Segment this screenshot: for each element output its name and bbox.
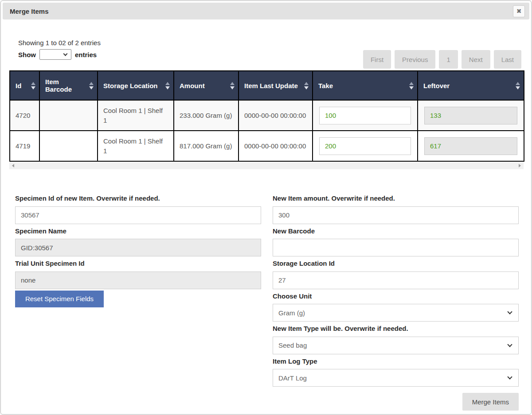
- column-label: Item Last Update: [244, 82, 298, 89]
- dialog-titlebar: Merge Items ✖: [3, 3, 529, 19]
- form-left-column: Specimen Id of new Item. Overwrite if ne…: [15, 194, 261, 411]
- column-header-take[interactable]: Take: [313, 71, 418, 100]
- items-table: Id Item Barcode Storage Location Amount …: [9, 70, 524, 162]
- item-log-type-label: Item Log Type: [273, 357, 519, 366]
- column-label: Leftover: [423, 82, 450, 89]
- column-header-amount[interactable]: Amount: [174, 71, 239, 100]
- column-header-id[interactable]: Id: [10, 71, 39, 100]
- scroll-left-icon[interactable]: [12, 164, 14, 167]
- show-label: Show: [18, 51, 36, 58]
- cell-last-update: 0000-00-00 00:00:00: [239, 131, 313, 161]
- chevron-down-icon: [507, 342, 512, 347]
- trial-unit-specimen-id-field: [15, 271, 261, 289]
- pagination-next-button[interactable]: Next: [462, 50, 490, 69]
- pagination-last-button[interactable]: Last: [494, 50, 521, 69]
- new-item-type-label: New Item Type will be. Overwrite if need…: [273, 324, 519, 333]
- pagination-first-button[interactable]: First: [363, 50, 391, 69]
- take-input[interactable]: [319, 137, 411, 155]
- dialog-title: Merge Items: [10, 8, 49, 15]
- column-label: Storage Location: [103, 82, 158, 89]
- dialog-content: Showing 1 to 02 of 2 entries Show entrie…: [3, 39, 529, 411]
- scroll-right-icon[interactable]: [519, 164, 521, 167]
- sort-icon: [165, 82, 170, 89]
- new-item-amount-field[interactable]: [273, 206, 519, 224]
- cell-storage-location: Cool Room 1 | Shelf 1: [98, 100, 174, 131]
- log-type-select[interactable]: DArT Log: [273, 369, 519, 387]
- column-header-item-barcode[interactable]: Item Barcode: [39, 71, 98, 100]
- cell-barcode: [39, 100, 98, 131]
- merge-form: Specimen Id of new Item. Overwrite if ne…: [15, 194, 523, 411]
- merge-items-dialog: Merge Items ✖ Showing 1 to 02 of 2 entri…: [0, 0, 532, 415]
- column-header-leftover[interactable]: Leftover: [418, 71, 524, 100]
- column-header-storage-location[interactable]: Storage Location: [98, 71, 174, 100]
- take-input[interactable]: [319, 107, 411, 124]
- specimen-id-label: Specimen Id of new Item. Overwrite if ne…: [15, 194, 261, 203]
- leftover-input: [424, 137, 517, 155]
- table-header-row: Id Item Barcode Storage Location Amount …: [10, 71, 524, 100]
- entries-label: entries: [75, 51, 97, 58]
- column-header-item-last-update[interactable]: Item Last Update: [239, 71, 313, 100]
- unit-select-value: Gram (g): [278, 309, 305, 317]
- unit-select[interactable]: Gram (g): [273, 304, 519, 322]
- pagination-previous-button[interactable]: Previous: [395, 50, 435, 69]
- pagination-page-1-button[interactable]: 1: [439, 50, 458, 69]
- column-label: Id: [16, 82, 21, 89]
- cell-id: 4719: [10, 131, 39, 161]
- cell-barcode: [39, 131, 98, 161]
- specimen-name-label: Specimen Name: [15, 227, 261, 236]
- log-type-select-value: DArT Log: [278, 374, 307, 382]
- merge-items-button[interactable]: Merge Items: [462, 393, 519, 411]
- column-label: Item Barcode: [45, 78, 87, 93]
- table-row: 4719 Cool Room 1 | Shelf 1 817.000 Gram …: [10, 131, 524, 161]
- choose-unit-label: Choose Unit: [273, 292, 519, 301]
- table-row: 4720 Cool Room 1 | Shelf 1 233.000 Gram …: [10, 100, 524, 131]
- item-type-select[interactable]: Seed bag: [273, 337, 519, 354]
- cell-storage-location: Cool Room 1 | Shelf 1: [98, 131, 174, 161]
- new-barcode-label: New Barcode: [273, 227, 519, 236]
- sort-icon: [89, 82, 94, 89]
- column-label: Amount: [180, 82, 205, 89]
- leftover-input: [424, 107, 517, 124]
- close-icon: ✖: [516, 8, 522, 14]
- sort-icon: [230, 82, 235, 89]
- cell-id: 4720: [10, 100, 39, 131]
- specimen-id-field[interactable]: [15, 206, 261, 224]
- horizontal-scrollbar[interactable]: [9, 162, 524, 169]
- chevron-down-icon: [63, 52, 68, 56]
- cell-amount: 817.000 Gram (g): [174, 131, 239, 161]
- table-controls: Showing 1 to 02 of 2 entries Show entrie…: [18, 39, 521, 70]
- storage-location-id-field[interactable]: [273, 271, 519, 289]
- merge-button-row: Merge Items: [273, 393, 519, 411]
- reset-specimen-fields-button[interactable]: Reset Specimen Fields: [15, 291, 104, 307]
- page-size-select[interactable]: [39, 49, 71, 60]
- cell-last-update: 0000-00-00 00:00:00: [239, 100, 313, 131]
- column-label: Take: [318, 82, 333, 89]
- form-right-column: New Item amount. Overwrite if needed. Ne…: [273, 194, 519, 411]
- chevron-down-icon: [507, 374, 512, 379]
- new-item-amount-label: New Item amount. Overwrite if needed.: [273, 194, 519, 203]
- storage-location-id-label: Storage Location Id: [273, 259, 519, 268]
- trial-unit-specimen-id-label: Trial Unit Specimen Id: [15, 259, 261, 268]
- sort-icon: [304, 82, 309, 89]
- chevron-down-icon: [507, 309, 512, 314]
- cell-amount: 233.000 Gram (g): [174, 100, 239, 131]
- new-barcode-field[interactable]: [273, 239, 519, 256]
- showing-entries-text: Showing 1 to 02 of 2 entries: [18, 39, 521, 47]
- item-type-select-value: Seed bag: [278, 341, 307, 349]
- close-button[interactable]: ✖: [513, 5, 525, 17]
- pagination: First Previous 1 Next Last: [363, 50, 521, 69]
- sort-icon: [409, 82, 414, 89]
- sort-icon: [31, 82, 35, 89]
- sort-icon: [516, 82, 520, 89]
- specimen-name-field: [15, 239, 261, 256]
